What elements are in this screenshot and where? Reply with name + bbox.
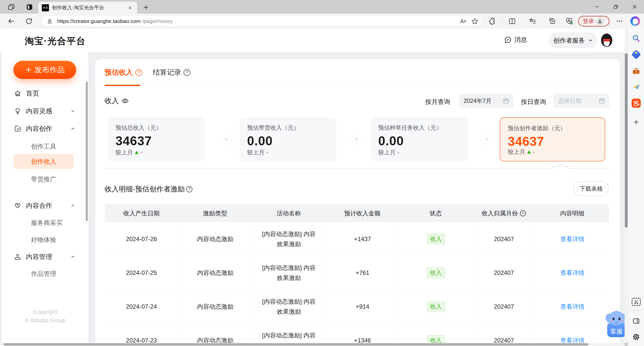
sidebar-item-cooperation[interactable]: 内容合作 — [2, 198, 88, 213]
elephant-eye — [612, 318, 614, 320]
settings-gear-icon[interactable] — [631, 332, 641, 342]
sidebar-item-promotion[interactable]: 带货推广 — [2, 171, 88, 187]
horizontal-scrollbar-thumb[interactable] — [4, 343, 589, 345]
view-details-link[interactable]: 查看详情 — [560, 303, 584, 311]
add-sidebar-item-icon[interactable] — [631, 117, 641, 127]
compare-label: 较上月 — [247, 149, 265, 156]
tab-actions-icon[interactable] — [25, 2, 34, 12]
address-bar[interactable]: https://creator.guanghe.taobao.com/page/… — [41, 16, 481, 26]
view-details-link[interactable]: 查看详情 — [560, 269, 584, 277]
help-icon[interactable] — [184, 69, 190, 76]
month-query-label: 按月查询 — [425, 98, 450, 106]
column-header: 活动名称 — [252, 204, 326, 222]
login-button[interactable]: 登录 — [578, 16, 609, 26]
heart-hands-icon — [14, 202, 21, 209]
lock-icon[interactable] — [46, 17, 54, 25]
stat-card-creator-incentive[interactable]: 预估创作者激励（元） 34637 较上月 - — [500, 117, 605, 161]
workspaces-icon[interactable] — [7, 2, 16, 12]
vertical-scrollbar-thumb[interactable] — [625, 53, 628, 227]
profile-avatar-icon — [596, 17, 604, 25]
close-window-button[interactable] — [625, 0, 644, 14]
status-badge: 收入 — [427, 301, 445, 312]
refresh-icon[interactable] — [24, 17, 34, 26]
sidebar-scrollbar-thumb[interactable] — [86, 81, 88, 221]
minimize-button[interactable] — [587, 0, 606, 14]
site-logo[interactable]: 淘宝·光合平台 — [25, 35, 86, 47]
cell-activity: [内容动态激励] 内容效果激励 — [252, 256, 326, 290]
compare-label: 较上月 — [508, 148, 525, 156]
view-details-link[interactable]: 查看详情 — [560, 235, 584, 243]
status-badge: 收入 — [427, 267, 445, 278]
publish-work-button[interactable]: 发布作品 — [13, 61, 76, 79]
browser-essentials-icon[interactable] — [564, 17, 574, 26]
split-screen-icon[interactable] — [507, 17, 517, 26]
help-icon[interactable] — [135, 69, 142, 76]
cell-date: 2024-07-25 — [105, 256, 178, 290]
tab-title: 创作收入·淘宝光合平台 — [52, 4, 124, 11]
day-picker[interactable] — [554, 94, 609, 108]
cell-type: 内容动态激励 — [178, 256, 252, 290]
side-panel-icon[interactable] — [631, 316, 641, 326]
toolbox-icon[interactable] — [631, 67, 641, 76]
sidebar-item-creation[interactable]: 内容创作 — [2, 121, 88, 136]
month-picker-input[interactable] — [464, 98, 501, 104]
status-badge: 收入 — [427, 233, 445, 245]
sidebar-item-goods-experience[interactable]: 好物体验 — [2, 232, 88, 247]
sidebar-item-management[interactable]: 内容管理 — [2, 249, 88, 264]
column-header: 收入产生日期 — [105, 204, 178, 222]
sidebar-label: 内容管理 — [26, 252, 52, 261]
copyright-line2: © Alibaba Group — [2, 316, 88, 325]
sidebar-item-creation-income[interactable]: 创作收入 — [13, 154, 74, 169]
favorite-star-icon[interactable] — [471, 17, 479, 25]
shopping-tag-icon[interactable] — [631, 50, 641, 59]
tab-settlement-records[interactable]: 结算记录 — [153, 68, 190, 77]
plus-operator: + — [352, 134, 362, 144]
copilot-icon[interactable] — [630, 16, 640, 26]
restore-button[interactable] — [606, 0, 625, 14]
qq-avatar[interactable] — [600, 33, 614, 47]
download-table-button[interactable]: 下载表格 — [573, 181, 609, 196]
help-icon[interactable] — [520, 210, 526, 216]
chevron-down-icon — [70, 108, 76, 114]
eye-icon[interactable] — [121, 97, 129, 105]
sidebar-item-works-management[interactable]: 作品管理 — [2, 266, 88, 281]
cell-status: 收入 — [399, 290, 472, 323]
day-picker-input[interactable] — [558, 98, 597, 104]
sidebar-item-inspiration[interactable]: 内容灵感 — [2, 103, 88, 119]
month-picker[interactable] — [459, 94, 513, 108]
sidebar-label: 服务商采买 — [31, 219, 63, 227]
read-aloud-icon[interactable] — [459, 17, 467, 25]
kuaishou-icon[interactable] — [631, 98, 641, 108]
web-capture-icon[interactable] — [631, 297, 641, 307]
new-tab-button[interactable] — [142, 3, 150, 11]
back-icon[interactable] — [7, 17, 16, 26]
browser-toolbar: https://creator.guanghe.taobao.com/page/… — [0, 14, 644, 29]
tab-close-icon[interactable] — [127, 4, 134, 11]
sidebar: 发布作品 首页 内容灵感 内容 — [2, 52, 88, 346]
sidebar-item-creation-tools[interactable]: 创作工具 — [2, 139, 88, 154]
tab-estimated-income[interactable]: 预估收入 — [105, 68, 142, 77]
column-header: 预计收入金额 — [326, 204, 399, 222]
stat-label: 预估创作者激励（元） — [508, 124, 597, 132]
tab-label: 预估收入 — [105, 68, 133, 77]
creator-services-menu[interactable]: 创作者服务 — [549, 32, 597, 48]
sidebar-footer-divider — [2, 277, 88, 278]
extensions-icon[interactable] — [488, 17, 497, 26]
stat-card-seeding-income: 预估种草任务收入（元） 0.00 较上月 - — [371, 117, 468, 161]
paper-plane-icon[interactable] — [631, 82, 641, 92]
edge-sidebar — [628, 29, 644, 346]
cell-activity: [内容动态激励] 内容效果激励 — [252, 290, 326, 323]
sidebar-item-home[interactable]: 首页 — [2, 86, 88, 101]
messages-button[interactable]: 消息 — [504, 36, 527, 44]
search-icon[interactable] — [631, 34, 641, 43]
collections-icon[interactable] — [547, 17, 557, 26]
sidebar-item-service-purchase[interactable]: 服务商采买 — [2, 215, 88, 230]
income-detail-table: 收入产生日期 激励类型 活动名称 预计收入金额 状态 收入归属月份 内容明细 2… — [105, 204, 609, 346]
column-header: 收入归属月份 — [472, 204, 535, 222]
favorites-bar-icon[interactable] — [528, 17, 538, 26]
section-divider — [105, 168, 609, 169]
browser-tab[interactable]: 光合 创作收入·淘宝光合平台 — [38, 2, 137, 14]
lightbulb-icon — [14, 107, 21, 115]
help-icon[interactable] — [186, 186, 192, 192]
more-menu-icon[interactable] — [615, 17, 624, 26]
